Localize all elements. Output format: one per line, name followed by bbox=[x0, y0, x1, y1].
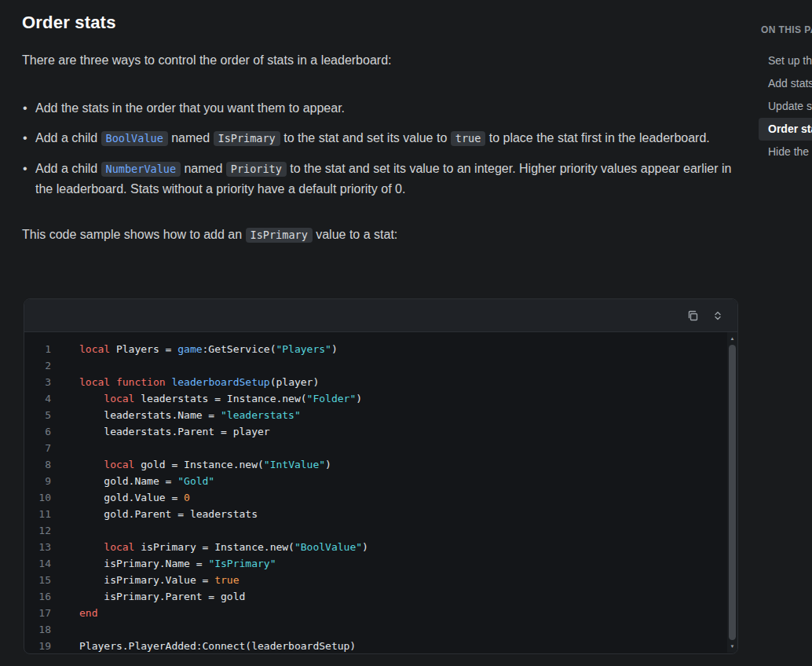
scroll-down-icon[interactable]: ▼ bbox=[727, 641, 737, 652]
code-token: isPrimary.Parent = gold bbox=[79, 591, 245, 602]
inline-code: IsPrimary bbox=[246, 228, 313, 243]
code-token: isPrimary.Name = bbox=[79, 558, 208, 569]
text-segment: Add the stats in the order that you want… bbox=[35, 101, 345, 115]
code-line: 14 isPrimary.Name = "IsPrimary" bbox=[24, 555, 737, 572]
code-token: game bbox=[177, 343, 202, 355]
line-number: 12 bbox=[24, 522, 51, 539]
code-token: ) bbox=[356, 393, 362, 404]
scroll-up-icon[interactable]: ▲ bbox=[727, 333, 737, 344]
line-number: 6 bbox=[24, 423, 51, 440]
list-item: Add a child NumberValue named Priority t… bbox=[22, 159, 738, 199]
code-token: local bbox=[79, 343, 110, 355]
code-scrollbar[interactable]: ▲ ▼ bbox=[727, 332, 737, 653]
code-token: "BoolValue" bbox=[294, 541, 362, 553]
line-number: 4 bbox=[24, 390, 51, 407]
toc-item-update-stats[interactable]: Update stats bbox=[759, 95, 812, 118]
line-number: 1 bbox=[24, 341, 51, 357]
text-segment: This code sample shows how to add an bbox=[22, 228, 246, 241]
code-line: 19Players.PlayerAdded:Connect(leaderboar… bbox=[24, 638, 737, 653]
bullet-list: Add the stats in the order that you want… bbox=[22, 98, 738, 199]
code-token: Players = bbox=[110, 343, 177, 355]
code-token: "IntValue" bbox=[264, 459, 325, 470]
code-line: 17end bbox=[24, 605, 737, 621]
code-token: ) bbox=[362, 541, 368, 553]
code-token: end bbox=[79, 607, 97, 619]
inline-code-link[interactable]: BoolValue bbox=[101, 131, 168, 146]
text-segment: named bbox=[168, 131, 214, 145]
inline-code: true bbox=[451, 131, 486, 146]
text-segment: Add a child bbox=[35, 131, 101, 145]
code-token bbox=[79, 541, 104, 553]
toc-item-set-up-the-leaderboard[interactable]: Set up the leaderboard bbox=[759, 49, 812, 72]
list-item: Add a child BoolValue named IsPrimary to… bbox=[22, 128, 738, 148]
line-number: 13 bbox=[24, 539, 51, 555]
line-number: 3 bbox=[24, 374, 51, 390]
on-this-page-nav: ON THIS PAGE Set up the leaderboardAdd s… bbox=[759, 0, 812, 163]
code-line: 5 leaderstats.Name = "leaderstats" bbox=[24, 407, 737, 423]
code-line: 9 gold.Name = "Gold" bbox=[24, 473, 737, 489]
line-number: 11 bbox=[24, 506, 51, 522]
code-token: "Players" bbox=[276, 343, 331, 355]
text-segment: value to a stat: bbox=[313, 228, 398, 241]
toc-item-add-stats[interactable]: Add stats bbox=[759, 72, 812, 95]
code-token: local bbox=[79, 376, 110, 388]
line-number: 17 bbox=[24, 605, 51, 621]
code-editor[interactable]: 1local Players = game:GetService("Player… bbox=[24, 332, 737, 653]
code-token bbox=[79, 459, 104, 470]
text-segment: Add a child bbox=[35, 162, 101, 175]
code-line: 10 gold.Value = 0 bbox=[24, 489, 737, 506]
code-token: 0 bbox=[184, 492, 190, 503]
code-line: 12 bbox=[24, 522, 737, 539]
expand-collapse-icon bbox=[711, 309, 724, 322]
code-token: Players.PlayerAdded:Connect(leaderboardS… bbox=[79, 640, 356, 652]
expand-code-button[interactable] bbox=[708, 306, 728, 326]
code-token: gold = Instance.new( bbox=[134, 459, 263, 470]
code-token: ) bbox=[331, 343, 338, 355]
code-token bbox=[110, 376, 116, 388]
code-token: local bbox=[104, 393, 134, 404]
code-token: local bbox=[104, 541, 134, 553]
code-token: (player) bbox=[270, 376, 320, 388]
line-number: 18 bbox=[24, 621, 51, 638]
code-line: 11 gold.Parent = leaderstats bbox=[24, 506, 737, 522]
code-token: "IsPrimary" bbox=[208, 558, 276, 569]
text-segment: to the stat and set its value to bbox=[280, 131, 451, 145]
inline-code: IsPrimary bbox=[214, 131, 280, 146]
toc-list: Set up the leaderboardAdd statsUpdate st… bbox=[759, 49, 812, 163]
line-number: 7 bbox=[24, 440, 51, 456]
line-number: 16 bbox=[24, 588, 51, 605]
code-line: 1local Players = game:GetService("Player… bbox=[24, 341, 737, 357]
code-token: function bbox=[116, 376, 166, 388]
code-token: "Folder" bbox=[307, 393, 357, 404]
toc-item-hide-the-leaderboard[interactable]: Hide the leaderboard bbox=[759, 141, 812, 163]
code-token bbox=[79, 393, 104, 404]
page-title: Order stats bbox=[22, 13, 738, 33]
copy-code-button[interactable] bbox=[682, 306, 703, 326]
inline-code: Priority bbox=[226, 162, 287, 177]
list-item: Add the stats in the order that you want… bbox=[22, 98, 738, 118]
article: Order stats There are three ways to cont… bbox=[22, 0, 738, 245]
code-token: "Gold" bbox=[177, 475, 214, 487]
code-token: true bbox=[214, 574, 239, 586]
text-segment: to place the stat first in the leaderboa… bbox=[485, 131, 710, 145]
inline-code-link[interactable]: NumberValue bbox=[101, 162, 181, 177]
code-line: 8 local gold = Instance.new("IntValue") bbox=[24, 456, 737, 473]
code-line: 4 local leaderstats = Instance.new("Fold… bbox=[24, 390, 737, 407]
line-number: 10 bbox=[24, 489, 51, 506]
code-token: isPrimary = Instance.new( bbox=[134, 541, 294, 553]
code-token: local bbox=[104, 459, 134, 470]
scrollbar-thumb[interactable] bbox=[729, 345, 736, 640]
code-token: "leaderstats" bbox=[221, 409, 301, 421]
code-token: gold.Parent = leaderstats bbox=[79, 508, 258, 520]
code-line: 13 local isPrimary = Instance.new("BoolV… bbox=[24, 539, 737, 555]
code-line: 16 isPrimary.Parent = gold bbox=[24, 588, 737, 605]
copy-icon bbox=[686, 309, 699, 322]
code-intro-paragraph: This code sample shows how to add an IsP… bbox=[22, 225, 738, 245]
toc-item-order-stats[interactable]: Order stats bbox=[759, 118, 812, 141]
code-token: ) bbox=[325, 459, 331, 470]
line-number: 9 bbox=[24, 473, 51, 489]
line-number: 15 bbox=[24, 572, 51, 588]
code-block: 1local Players = game:GetService("Player… bbox=[24, 298, 738, 654]
code-token: isPrimary.Value = bbox=[79, 574, 214, 586]
intro-paragraph: There are three ways to control the orde… bbox=[22, 50, 738, 70]
